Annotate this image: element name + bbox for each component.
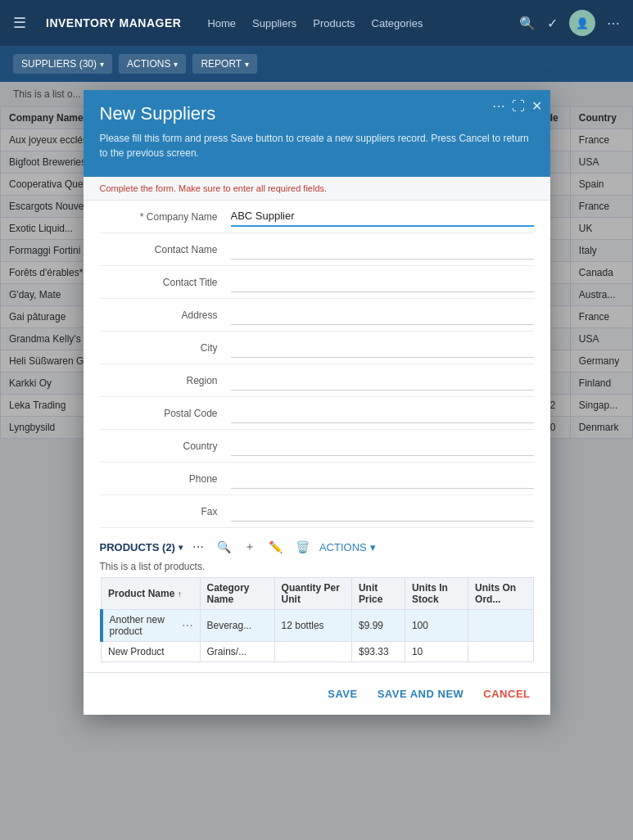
form-input-country[interactable]: [231, 436, 534, 456]
form-input-city[interactable]: [231, 338, 534, 358]
form-label: * Company Name: [100, 211, 231, 223]
modal-title: New Suppliers: [100, 103, 534, 124]
form-label: Phone: [100, 473, 231, 485]
check-icon[interactable]: ✓: [547, 16, 558, 31]
prod-col-qty: Quantity Per Unit: [274, 578, 351, 610]
form-label: Contact Title: [100, 277, 231, 288]
products-toolbar: PRODUCTS (2) ▾ ⋯ 🔍 ＋ ✏️ 🗑️ ACTIONS ▾: [100, 538, 534, 556]
products-search-btn[interactable]: 🔍: [214, 539, 234, 555]
form-row: * Company Name: [100, 201, 534, 233]
prod-col-name: Product Name ↑: [102, 578, 201, 610]
form-label: Contact Name: [100, 244, 231, 255]
nav-right: 🔍 ✓ 👤 ⋯: [519, 10, 620, 36]
products-add-btn[interactable]: ＋: [241, 538, 259, 556]
prod-col-order: Units On Ord...: [468, 578, 533, 610]
products-caret-icon: ▾: [179, 543, 183, 552]
modal-more-icon[interactable]: ⋯: [492, 98, 505, 114]
prod-col-stock: Units In Stock: [405, 578, 468, 610]
price-cell: $9.99: [351, 610, 405, 642]
modal-expand-icon[interactable]: ⛶: [512, 99, 525, 114]
actions-caret-icon: ▾: [174, 60, 178, 69]
form-label: Region: [100, 375, 231, 386]
form-input-contact-title[interactable]: [231, 273, 534, 292]
form-row: Contact Title: [100, 266, 534, 299]
products-actions-btn[interactable]: ACTIONS ▾: [319, 541, 376, 553]
list-item[interactable]: Another new product⋯Beverag...12 bottles…: [102, 610, 534, 642]
suppliers-caret-icon: ▾: [100, 60, 104, 69]
products-title-label: PRODUCTS (2): [100, 541, 175, 553]
category-cell: Grains/...: [200, 642, 274, 662]
order-cell: [468, 610, 533, 642]
form-input-region[interactable]: [231, 371, 534, 391]
list-item[interactable]: New ProductGrains/...$93.3310: [102, 642, 534, 662]
sub-nav: SUPPLIERS (30) ▾ ACTIONS ▾ REPORT ▾: [0, 46, 633, 82]
form-label: City: [100, 342, 231, 354]
products-title-btn[interactable]: PRODUCTS (2) ▾: [100, 541, 183, 553]
products-edit-btn[interactable]: ✏️: [265, 539, 286, 555]
form-label: Postal Code: [100, 408, 231, 419]
products-actions-caret-icon: ▾: [370, 541, 376, 553]
category-cell: Beverag...: [200, 610, 274, 642]
nav-home[interactable]: Home: [207, 17, 236, 29]
cancel-button[interactable]: CANCEL: [480, 683, 533, 705]
stock-cell: 100: [405, 610, 468, 642]
row-menu-dots[interactable]: ⋯: [182, 619, 193, 632]
actions-btn[interactable]: ACTIONS ▾: [119, 54, 186, 74]
products-more-btn[interactable]: ⋯: [189, 539, 207, 555]
report-caret-icon: ▾: [245, 60, 249, 69]
form-label: Address: [100, 309, 231, 321]
product-name-cell: Another new product⋯: [102, 610, 201, 642]
prod-col-price: Unit Price: [351, 578, 405, 610]
more-icon[interactable]: ⋯: [607, 16, 620, 31]
nav-suppliers[interactable]: Suppliers: [252, 17, 296, 29]
products-table: Product Name ↑ Category Name Quantity Pe…: [100, 577, 534, 662]
form-label: Fax: [100, 506, 231, 517]
stock-cell: 10: [405, 642, 468, 662]
prod-col-category: Category Name: [200, 578, 274, 610]
form-row: Postal Code: [100, 397, 534, 430]
brand-label: INVENTORY MANAGER: [46, 16, 181, 29]
hamburger-icon[interactable]: ☰: [13, 14, 26, 32]
order-cell: [468, 642, 533, 662]
form-input-contact-name[interactable]: [231, 240, 534, 260]
modal: ⋯ ⛶ ✕ New Suppliers Please fill this for…: [84, 90, 550, 715]
price-cell: $93.33: [351, 642, 405, 662]
modal-header-actions: ⋯ ⛶ ✕: [492, 98, 542, 114]
save-and-new-button[interactable]: SAVE AND NEW: [374, 683, 468, 705]
nav-products[interactable]: Products: [313, 17, 355, 29]
form-input-address[interactable]: [231, 305, 534, 325]
modal-subtitle: Please fill this form and press Save but…: [100, 131, 534, 160]
form-input-fax[interactable]: [231, 502, 534, 522]
products-list-notice: This is a list of products.: [100, 561, 534, 572]
nav-categories[interactable]: Categories: [372, 17, 423, 29]
form-row: Fax: [100, 495, 534, 528]
products-section: PRODUCTS (2) ▾ ⋯ 🔍 ＋ ✏️ 🗑️ ACTIONS ▾ Thi…: [84, 528, 550, 672]
form-input-postal-code[interactable]: [231, 404, 534, 423]
modal-overlay: ⋯ ⛶ ✕ New Suppliers Please fill this for…: [0, 82, 633, 840]
products-delete-btn[interactable]: 🗑️: [292, 539, 313, 555]
suppliers-btn[interactable]: SUPPLIERS (30) ▾: [13, 54, 112, 74]
modal-footer: SAVE SAVE AND NEW CANCEL: [84, 672, 550, 715]
form-row: Region: [100, 364, 534, 397]
report-btn[interactable]: REPORT ▾: [192, 54, 257, 74]
search-icon[interactable]: 🔍: [519, 16, 536, 31]
nav-links: Home Suppliers Products Categories: [207, 17, 423, 29]
form-row: Country: [100, 430, 534, 463]
product-name-cell: New Product: [102, 642, 201, 662]
form-input---company-name[interactable]: [231, 206, 534, 227]
form-input-phone[interactable]: [231, 469, 534, 489]
form-label: Country: [100, 440, 231, 452]
form-section: * Company NameContact NameContact TitleA…: [84, 201, 550, 528]
quantity-cell: 12 bottles: [274, 610, 351, 642]
form-notice: Complete the form. Make sure to enter al…: [84, 177, 550, 201]
save-button[interactable]: SAVE: [324, 683, 360, 705]
modal-header: ⋯ ⛶ ✕ New Suppliers Please fill this for…: [84, 90, 550, 177]
quantity-cell: [274, 642, 351, 662]
modal-close-icon[interactable]: ✕: [531, 98, 542, 114]
form-row: City: [100, 332, 534, 364]
products-actions-label: ACTIONS: [319, 541, 367, 553]
top-nav: ☰ INVENTORY MANAGER Home Suppliers Produ…: [0, 0, 633, 46]
form-row: Contact Name: [100, 233, 534, 266]
form-row: Address: [100, 299, 534, 332]
avatar[interactable]: 👤: [569, 10, 595, 36]
